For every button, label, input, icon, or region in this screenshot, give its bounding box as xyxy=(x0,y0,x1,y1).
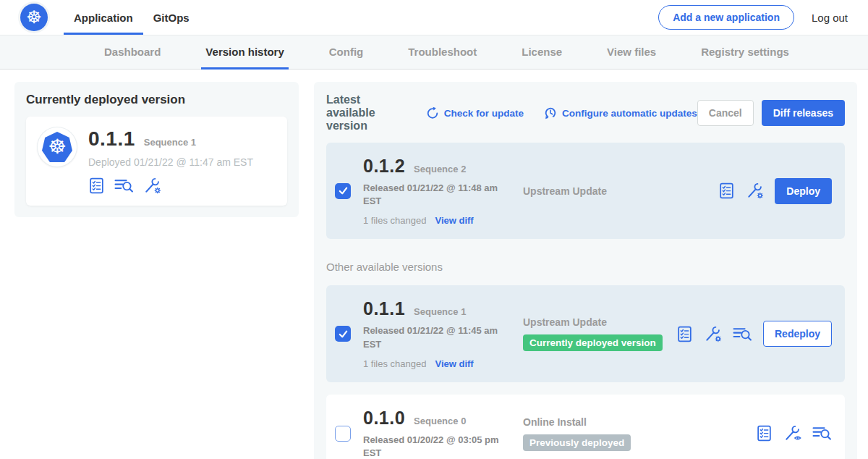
version-actions xyxy=(756,424,834,442)
subnav-item-license[interactable]: License xyxy=(517,35,566,70)
check-for-update-link[interactable]: Check for update xyxy=(426,106,524,119)
subnav-item-registry-settings[interactable]: Registry settings xyxy=(697,35,793,70)
view-diff-link[interactable]: View diff xyxy=(435,358,473,369)
deployed-timestamp: Deployed 01/21/22 @ 11:47 am EST xyxy=(88,156,253,168)
deploy-logs-icon[interactable] xyxy=(733,326,752,342)
deployed-sequence-label: Sequence 1 xyxy=(144,137,196,148)
deployed-version-card: ☸ 0.1.1 Sequence 1 Deployed 01/21/22 @ 1… xyxy=(26,117,287,206)
nav-tab-gitops[interactable]: GitOps xyxy=(143,0,200,35)
diff-releases-button[interactable]: Diff releases xyxy=(762,100,845,126)
kubernetes-app-icon: ☸ xyxy=(42,132,72,162)
subnav-item-config[interactable]: Config xyxy=(325,35,367,70)
deployed-version-info: 0.1.1 Sequence 1 Deployed 01/21/22 @ 11:… xyxy=(88,127,253,195)
checkmark-icon xyxy=(337,328,349,340)
version-actions: Deploy xyxy=(718,178,834,204)
files-changed-label: 1 files changed xyxy=(363,358,426,369)
kubernetes-logo-icon: ☸ xyxy=(20,4,48,31)
preflight-checks-icon[interactable] xyxy=(718,182,735,200)
files-changed-label: 1 files changed xyxy=(363,215,426,226)
add-new-application-button[interactable]: Add a new application xyxy=(658,5,794,30)
version-number: 0.1.0 xyxy=(363,408,405,429)
configure-automatic-updates-link[interactable]: Configure automatic updates xyxy=(544,106,697,119)
version-checkbox-checked[interactable] xyxy=(335,183,351,199)
version-actions: Redeploy xyxy=(676,321,834,347)
checkmark-icon xyxy=(337,185,349,197)
currently-deployed-card: Currently deployed version ☸ 0.1.1 Seque… xyxy=(14,82,299,217)
deploy-logs-icon[interactable] xyxy=(114,177,134,194)
version-info: 0.1.2 Sequence 2 Released 01/21/22 @ 11:… xyxy=(363,156,519,226)
subnav-item-troubleshoot[interactable]: Troubleshoot xyxy=(404,35,481,70)
source-label: Upstream Update xyxy=(523,185,718,197)
preflight-checks-icon[interactable] xyxy=(88,177,105,195)
version-row: 0.1.1 Sequence 1 Released 01/21/22 @ 11:… xyxy=(326,285,845,382)
version-number: 0.1.1 xyxy=(363,298,405,319)
deployed-card-title: Currently deployed version xyxy=(26,93,287,107)
released-timestamp: Released 01/21/22 @ 11:48 am EST xyxy=(363,182,506,208)
view-diff-link[interactable]: View diff xyxy=(435,215,473,226)
edit-config-icon[interactable] xyxy=(704,325,722,343)
latest-version-title: Latest available version xyxy=(326,93,412,132)
released-timestamp: Released 01/21/22 @ 11:45 am EST xyxy=(363,324,506,350)
edit-config-icon[interactable] xyxy=(746,182,764,200)
preflight-checks-icon[interactable] xyxy=(676,325,693,343)
currently-deployed-badge: Currently deployed version xyxy=(523,334,663,351)
deployed-version-number: 0.1.1 xyxy=(88,127,135,151)
sequence-label: Sequence 2 xyxy=(414,164,466,174)
deploy-button[interactable]: Deploy xyxy=(775,178,832,204)
released-timestamp: Released 01/20/22 @ 03:05 pm EST xyxy=(363,434,506,459)
subnav-item-version-history[interactable]: Version history xyxy=(201,35,288,70)
version-info: 0.1.0 Sequence 0 Released 01/20/22 @ 03:… xyxy=(363,408,519,459)
version-row: 0.1.0 Sequence 0 Released 01/20/22 @ 03:… xyxy=(326,395,845,459)
top-navbar: ☸ Application GitOps Add a new applicati… xyxy=(0,0,868,35)
top-nav-tabs: Application GitOps xyxy=(64,0,200,35)
app-logo: ☸ xyxy=(38,127,77,167)
refresh-icon xyxy=(426,106,439,119)
version-source: Upstream Update Currently deployed versi… xyxy=(519,316,676,351)
previously-deployed-badge: Previously deployed xyxy=(523,434,631,451)
logout-link[interactable]: Log out xyxy=(812,12,848,24)
sequence-label: Sequence 0 xyxy=(414,416,466,426)
source-label: Upstream Update xyxy=(523,316,676,328)
version-history-panel: Latest available version Check for updat… xyxy=(314,82,857,459)
version-checkbox-unchecked[interactable] xyxy=(335,426,351,442)
view-config-icon[interactable] xyxy=(783,424,801,442)
edit-config-icon[interactable] xyxy=(143,177,161,195)
deploy-logs-icon[interactable] xyxy=(812,425,832,442)
sequence-label: Sequence 1 xyxy=(414,306,466,317)
subnav-item-view-files[interactable]: View files xyxy=(603,35,660,70)
preflight-checks-icon[interactable] xyxy=(756,424,773,442)
clock-refresh-icon xyxy=(544,106,557,119)
subnav-item-dashboard[interactable]: Dashboard xyxy=(100,35,165,70)
main-content: Currently deployed version ☸ 0.1.1 Seque… xyxy=(0,70,868,459)
source-label: Online Install xyxy=(523,416,756,428)
cancel-button[interactable]: Cancel xyxy=(697,100,754,126)
version-checkbox-checked[interactable] xyxy=(335,326,351,342)
app-subnav: Dashboard Version history Config Trouble… xyxy=(0,35,868,70)
nav-tab-application[interactable]: Application xyxy=(64,0,143,35)
version-row: 0.1.2 Sequence 2 Released 01/21/22 @ 11:… xyxy=(326,143,845,239)
version-number: 0.1.2 xyxy=(363,156,405,177)
other-versions-title: Other available versions xyxy=(326,261,845,273)
latest-version-header: Latest available version Check for updat… xyxy=(326,93,845,132)
version-source: Online Install Previously deployed xyxy=(519,416,756,451)
version-info: 0.1.1 Sequence 1 Released 01/21/22 @ 11:… xyxy=(363,298,519,369)
redeploy-button[interactable]: Redeploy xyxy=(763,321,832,347)
version-source: Upstream Update xyxy=(519,185,718,197)
